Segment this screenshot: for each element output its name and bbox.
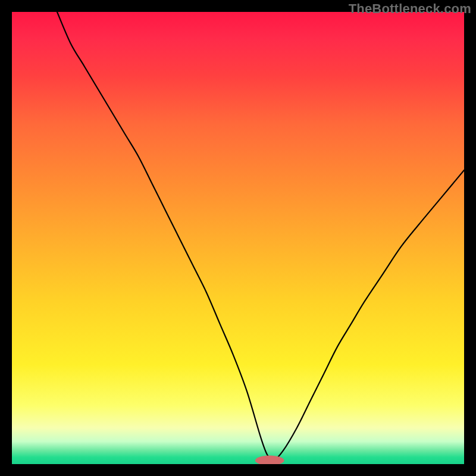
curve-minimum-marker bbox=[255, 456, 284, 464]
plot-area bbox=[12, 12, 464, 464]
curve-layer bbox=[12, 12, 464, 464]
bottleneck-curve bbox=[57, 12, 464, 460]
chart-frame: TheBottleneck.com bbox=[0, 0, 476, 476]
watermark-text: TheBottleneck.com bbox=[349, 1, 471, 17]
